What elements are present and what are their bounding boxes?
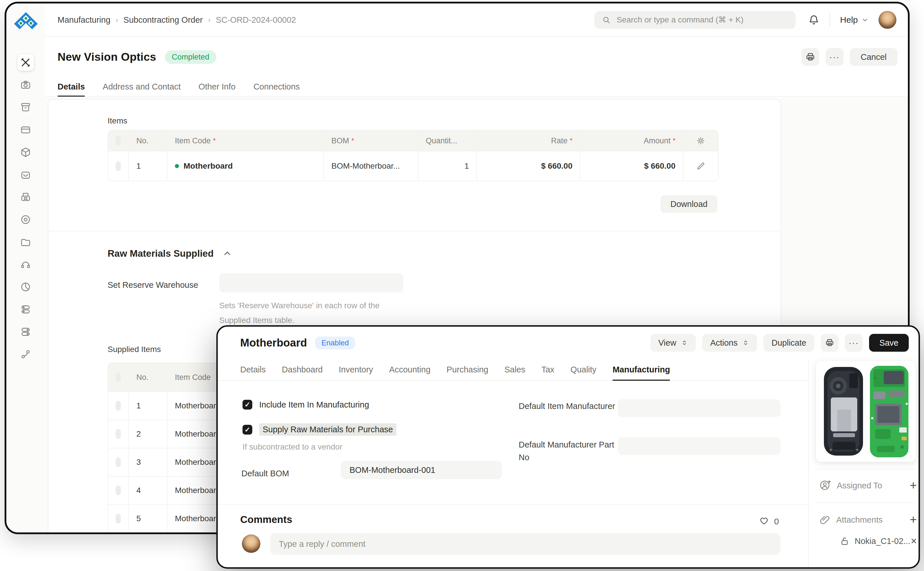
breadcrumb-item[interactable]: Subcontracting Order: [123, 15, 203, 25]
sidebar-item-print[interactable]: [17, 189, 34, 205]
print-button[interactable]: [801, 48, 819, 66]
checkbox-icon: [116, 486, 121, 495]
tab-quality[interactable]: Quality: [570, 359, 596, 380]
breadcrumb-item[interactable]: Manufacturing: [57, 15, 111, 25]
workflow-icon: [20, 349, 31, 360]
items-section-label: Items: [108, 116, 127, 125]
supply-raw-checkbox-row[interactable]: Supply Raw Materials for Purchase: [242, 423, 396, 436]
up-down-chevron-icon: [681, 340, 688, 346]
row-checkbox[interactable]: [108, 476, 128, 504]
tab-sales[interactable]: Sales: [504, 359, 525, 380]
sidebar-item-archive[interactable]: [17, 99, 34, 116]
cell-item-code[interactable]: Motherboard: [167, 151, 323, 181]
attachment-name[interactable]: Nokia_C1-02...: [855, 537, 910, 546]
global-search[interactable]: [594, 11, 796, 29]
sidebar-item-support[interactable]: [17, 256, 34, 273]
sidebar-item-files[interactable]: [17, 234, 34, 250]
add-attachment-button[interactable]: +: [910, 514, 917, 526]
cell-quantity[interactable]: 1: [418, 151, 476, 181]
comment-input[interactable]: [270, 533, 781, 555]
folder-icon: [20, 236, 31, 248]
tab-accounting[interactable]: Accounting: [389, 359, 431, 380]
app-logo-icon[interactable]: [13, 8, 38, 33]
cell-amount[interactable]: $ 660.00: [580, 151, 683, 181]
download-button[interactable]: Download: [661, 195, 718, 213]
row-edit-button[interactable]: [683, 151, 718, 181]
col-rate: Rate*: [476, 131, 580, 151]
cell-no: 4: [128, 476, 167, 504]
tab-details[interactable]: Details: [57, 77, 85, 96]
view-button[interactable]: View: [650, 334, 696, 352]
tab-connections[interactable]: Connections: [253, 77, 300, 96]
heart-icon[interactable]: [759, 516, 770, 527]
sidebar-item-build[interactable]: [17, 54, 34, 71]
cancel-button[interactable]: Cancel: [850, 48, 898, 66]
tab-other-info[interactable]: Other Info: [199, 77, 236, 96]
chevron-up-icon[interactable]: [222, 248, 232, 258]
tab-tax[interactable]: Tax: [541, 359, 554, 380]
more-options-button[interactable]: ···: [845, 334, 863, 352]
supply-raw-label: Supply Raw Materials for Purchase: [259, 423, 396, 436]
checkbox-checked-icon[interactable]: [242, 400, 252, 409]
duplicate-button[interactable]: Duplicate: [764, 334, 815, 352]
default-item-manufacturer-input[interactable]: [618, 399, 781, 417]
table-settings-button[interactable]: [683, 131, 718, 151]
page-title: New Vision Optics: [57, 51, 156, 63]
side-divider: [815, 469, 916, 469]
print-button[interactable]: [821, 334, 839, 352]
reserve-warehouse-helper: Sets 'Reserve Warehouse' in each row of …: [219, 298, 403, 327]
default-manufacturer-part-no-input[interactable]: [618, 437, 781, 455]
tab-dashboard[interactable]: Dashboard: [282, 359, 323, 380]
remove-attachment-button[interactable]: ×: [911, 535, 917, 547]
item-image-card[interactable]: [816, 361, 916, 462]
user-avatar[interactable]: [879, 11, 896, 29]
topbar-divider: [830, 13, 830, 26]
more-options-button[interactable]: ···: [825, 48, 844, 66]
breadcrumb-separator: ›: [208, 15, 211, 25]
tab-details[interactable]: Details: [240, 359, 266, 380]
sidebar-item-orders[interactable]: [17, 166, 34, 183]
row-checkbox[interactable]: [108, 151, 128, 181]
tab-manufacturing[interactable]: Manufacturing: [613, 359, 670, 380]
tab-inventory[interactable]: Inventory: [339, 359, 373, 380]
cell-rate[interactable]: $ 660.00: [476, 151, 580, 181]
sidebar-item-stock[interactable]: [17, 144, 34, 160]
row-checkbox[interactable]: [108, 448, 128, 476]
cell-no: 1: [128, 391, 167, 420]
notifications-button[interactable]: [808, 14, 820, 26]
printer-icon: [805, 52, 816, 62]
cell-bom[interactable]: BOM-Motherboar...: [323, 151, 418, 181]
sidebar-item-analytics[interactable]: [17, 279, 34, 295]
tab-purchasing[interactable]: Purchasing: [447, 359, 488, 380]
include-item-checkbox-row[interactable]: Include Item In Manufacturing: [242, 400, 369, 409]
default-bom-input[interactable]: [341, 461, 502, 479]
chevron-down-icon: [861, 16, 869, 23]
tab-address-and-contact[interactable]: Address and Contact: [103, 77, 181, 96]
sidebar-item-card[interactable]: [17, 122, 34, 138]
row-checkbox[interactable]: [108, 420, 128, 448]
row-checkbox[interactable]: [108, 391, 128, 420]
help-menu[interactable]: Help: [840, 15, 869, 25]
sidebar-item-records[interactable]: [17, 211, 34, 228]
assign-user-icon: [819, 479, 832, 492]
sidebar-item-serials[interactable]: [17, 324, 34, 340]
up-down-chevron-icon: [742, 340, 749, 346]
select-all-checkbox[interactable]: [108, 131, 128, 151]
include-item-label: Include Item In Manufacturing: [259, 400, 369, 409]
row-checkbox[interactable]: [108, 504, 128, 532]
sidebar-item-capture[interactable]: [17, 77, 34, 93]
save-button[interactable]: Save: [869, 334, 909, 352]
add-assignment-button[interactable]: +: [910, 480, 917, 492]
actions-button[interactable]: Actions: [702, 334, 757, 352]
attachment-item: Nokia_C1-02... ×: [839, 535, 917, 547]
checkbox-checked-icon[interactable]: [242, 425, 252, 435]
breadcrumb-separator: ›: [116, 15, 118, 25]
sidebar-item-integrations[interactable]: [17, 346, 34, 363]
select-all-checkbox[interactable]: [108, 363, 128, 391]
modal-title: Motherboard: [240, 337, 307, 349]
printer-icon: [825, 338, 835, 348]
cell-no: 3: [128, 448, 167, 476]
search-input[interactable]: [616, 15, 788, 25]
reserve-warehouse-input[interactable]: [219, 273, 403, 292]
sidebar-item-batches[interactable]: [17, 301, 34, 318]
